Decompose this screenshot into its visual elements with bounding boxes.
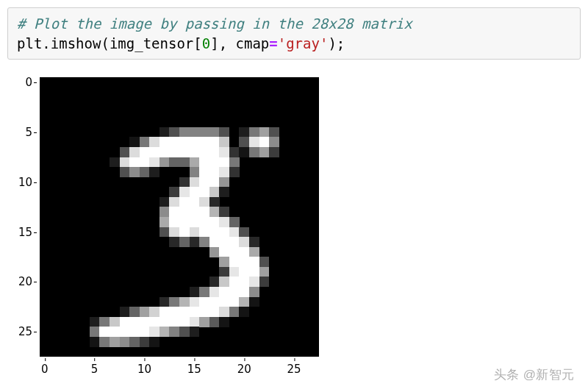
svg-rect-36 bbox=[229, 147, 240, 157]
svg-rect-137 bbox=[219, 287, 229, 297]
svg-rect-173 bbox=[179, 317, 190, 327]
svg-rect-171 bbox=[159, 317, 170, 327]
svg-rect-160 bbox=[209, 307, 220, 317]
svg-rect-168 bbox=[129, 317, 140, 327]
svg-rect-42 bbox=[120, 157, 130, 168]
svg-rect-19 bbox=[209, 138, 220, 148]
svg-rect-43 bbox=[129, 157, 140, 168]
y-tick-label: 15 bbox=[18, 226, 32, 239]
svg-rect-62 bbox=[229, 167, 240, 177]
svg-rect-121 bbox=[249, 257, 259, 267]
x-tick-label: 25 bbox=[287, 363, 301, 376]
svg-rect-24 bbox=[269, 138, 279, 148]
svg-rect-102 bbox=[229, 227, 240, 238]
plot-area: 0510152025 0510152025 bbox=[13, 70, 329, 386]
x-tick-label: 20 bbox=[237, 363, 251, 376]
svg-rect-146 bbox=[209, 297, 220, 307]
svg-rect-74 bbox=[159, 197, 170, 207]
x-axis: 0510152025 bbox=[40, 358, 319, 380]
svg-rect-69 bbox=[179, 187, 190, 197]
code-token: , bbox=[219, 35, 236, 51]
svg-rect-106 bbox=[190, 237, 200, 247]
svg-rect-155 bbox=[159, 307, 170, 317]
code-token: ( bbox=[101, 35, 109, 51]
code-token: [ bbox=[193, 35, 201, 51]
svg-rect-71 bbox=[199, 187, 209, 197]
svg-rect-11 bbox=[129, 138, 140, 148]
svg-rect-175 bbox=[199, 317, 209, 327]
svg-rect-131 bbox=[239, 277, 249, 288]
plot-output: 0510152025 0510152025 bbox=[13, 70, 329, 386]
svg-rect-13 bbox=[149, 138, 159, 148]
svg-rect-51 bbox=[209, 157, 220, 168]
svg-rect-55 bbox=[129, 167, 140, 177]
svg-rect-93 bbox=[219, 217, 229, 227]
y-tick-label: 5 bbox=[25, 126, 32, 139]
code-token: plt bbox=[17, 35, 42, 51]
svg-rect-56 bbox=[140, 167, 150, 177]
code-comment: # Plot the image by passing in the 28x28… bbox=[17, 15, 412, 32]
code-token: 'gray' bbox=[278, 35, 329, 51]
svg-rect-25 bbox=[120, 147, 130, 157]
code-token: ); bbox=[328, 35, 345, 51]
svg-rect-122 bbox=[259, 257, 270, 267]
svg-rect-1 bbox=[169, 127, 179, 138]
y-tick-label: 0 bbox=[25, 76, 32, 89]
svg-rect-33 bbox=[199, 147, 209, 157]
svg-rect-116 bbox=[239, 247, 249, 257]
svg-rect-66 bbox=[209, 177, 220, 188]
svg-rect-150 bbox=[249, 297, 259, 307]
svg-rect-138 bbox=[229, 287, 240, 297]
svg-rect-195 bbox=[149, 337, 159, 347]
svg-rect-100 bbox=[209, 227, 220, 238]
svg-rect-161 bbox=[219, 307, 229, 317]
svg-rect-159 bbox=[199, 307, 209, 317]
svg-rect-8 bbox=[249, 127, 259, 138]
svg-rect-92 bbox=[209, 217, 220, 227]
svg-rect-151 bbox=[120, 307, 130, 317]
svg-rect-165 bbox=[99, 317, 110, 327]
svg-rect-169 bbox=[140, 317, 150, 327]
svg-rect-68 bbox=[169, 187, 179, 197]
svg-rect-172 bbox=[169, 317, 179, 327]
svg-rect-135 bbox=[199, 287, 209, 297]
svg-rect-16 bbox=[179, 138, 190, 148]
svg-rect-140 bbox=[249, 287, 259, 297]
svg-rect-181 bbox=[120, 327, 130, 337]
svg-rect-149 bbox=[239, 297, 249, 307]
svg-rect-17 bbox=[190, 138, 200, 148]
svg-rect-88 bbox=[169, 217, 179, 227]
svg-rect-166 bbox=[110, 317, 120, 327]
source-credit: 头条 @新智元 bbox=[494, 366, 575, 383]
svg-rect-141 bbox=[159, 297, 170, 307]
svg-rect-30 bbox=[169, 147, 179, 157]
svg-rect-177 bbox=[219, 317, 229, 327]
svg-rect-6 bbox=[219, 127, 229, 138]
svg-rect-89 bbox=[179, 217, 190, 227]
svg-rect-91 bbox=[199, 217, 209, 227]
svg-rect-21 bbox=[239, 138, 249, 148]
code-token: . bbox=[42, 35, 50, 51]
svg-rect-27 bbox=[140, 147, 150, 157]
svg-rect-29 bbox=[159, 147, 170, 157]
svg-rect-189 bbox=[90, 337, 100, 347]
svg-rect-79 bbox=[209, 197, 220, 207]
svg-rect-128 bbox=[209, 277, 220, 288]
svg-rect-145 bbox=[199, 297, 209, 307]
svg-rect-191 bbox=[110, 337, 120, 347]
svg-rect-126 bbox=[249, 267, 259, 277]
svg-rect-77 bbox=[190, 197, 200, 207]
svg-rect-111 bbox=[239, 237, 249, 247]
svg-rect-50 bbox=[199, 157, 209, 168]
svg-rect-15 bbox=[169, 138, 179, 148]
svg-rect-28 bbox=[149, 147, 159, 157]
x-tick-label: 0 bbox=[41, 363, 49, 376]
svg-rect-187 bbox=[179, 327, 190, 337]
svg-rect-60 bbox=[209, 167, 220, 177]
svg-rect-18 bbox=[199, 138, 209, 148]
svg-rect-58 bbox=[190, 167, 200, 177]
svg-rect-64 bbox=[190, 177, 200, 188]
svg-rect-35 bbox=[219, 147, 229, 157]
svg-rect-158 bbox=[190, 307, 200, 317]
svg-rect-179 bbox=[99, 327, 110, 337]
